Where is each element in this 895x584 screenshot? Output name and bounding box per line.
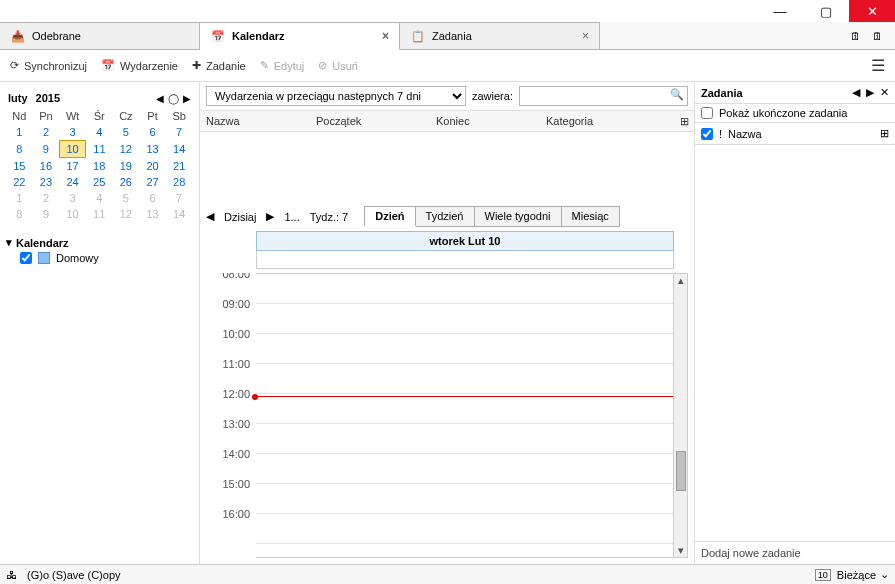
col-end[interactable]: Koniec: [430, 115, 540, 127]
scroll-up-icon[interactable]: ▴: [678, 274, 684, 287]
day-number[interactable]: 1...: [284, 211, 299, 223]
scroll-down-icon[interactable]: ▾: [678, 544, 684, 557]
calendar-day[interactable]: 9: [33, 141, 60, 158]
view-tab-wiele-tygodni[interactable]: Wiele tygodni: [475, 206, 562, 227]
new-task-button[interactable]: ✚ Zadanie: [192, 59, 246, 72]
window-close[interactable]: ✕: [849, 0, 895, 22]
search-input[interactable]: [519, 86, 688, 106]
col-start[interactable]: Początek: [310, 115, 430, 127]
tab-inbox[interactable]: 📥 Odebrane: [0, 22, 200, 49]
tab-tasks[interactable]: 📋 Zadania ×: [400, 22, 600, 49]
today-button[interactable]: Dzisiaj: [224, 211, 256, 223]
month-label[interactable]: luty: [8, 92, 28, 104]
all-day-slot[interactable]: [256, 251, 674, 269]
view-tab-tydzień[interactable]: Tydzień: [416, 206, 475, 227]
add-task-input[interactable]: Dodaj nowe zadanie: [695, 541, 895, 564]
calendar-day[interactable]: 16: [33, 158, 60, 175]
view-mode-dropdown[interactable]: Bieżące ⌄: [837, 568, 889, 581]
new-event-button[interactable]: 📅 Wydarzenie: [101, 59, 178, 72]
calendar-day[interactable]: 8: [6, 141, 33, 158]
col-task-name[interactable]: Nazwa: [728, 128, 874, 140]
calendar-day[interactable]: 14: [166, 206, 193, 222]
calendar-day[interactable]: 12: [113, 206, 140, 222]
calendar-day[interactable]: 20: [139, 158, 166, 175]
calendar-day[interactable]: 12: [113, 141, 140, 158]
column-picker-icon[interactable]: ⊞: [674, 115, 694, 128]
calendar-day[interactable]: 6: [139, 190, 166, 206]
tasks-select-all[interactable]: [701, 128, 713, 140]
range-select[interactable]: Wydarzenia w przeciągu następnych 7 dni: [206, 86, 466, 106]
column-picker-icon[interactable]: ⊞: [880, 127, 889, 140]
prev-month-icon[interactable]: ◀: [156, 93, 164, 104]
hour-slot[interactable]: 15:00: [256, 484, 673, 514]
sync-button[interactable]: ⟳ Synchronizuj: [10, 59, 87, 72]
calendar-day[interactable]: 18: [86, 158, 113, 175]
scroll-thumb[interactable]: [676, 451, 686, 491]
calendar-day[interactable]: 14: [166, 141, 193, 158]
calendar-day[interactable]: 3: [59, 124, 86, 141]
show-completed-checkbox[interactable]: [701, 107, 713, 119]
calendar-day[interactable]: 27: [139, 174, 166, 190]
hour-slot[interactable]: 09:00: [256, 304, 673, 334]
calendar-day[interactable]: 13: [139, 141, 166, 158]
calendar-item-home[interactable]: Domowy: [6, 249, 193, 267]
calendar-day[interactable]: 13: [139, 206, 166, 222]
today-circle-icon[interactable]: ◯: [168, 93, 179, 104]
calendar-tree-header[interactable]: ▾ Kalendarz: [6, 236, 193, 249]
hour-slot[interactable]: 16:00: [256, 514, 673, 544]
calendar-day[interactable]: 26: [113, 174, 140, 190]
menu-icon[interactable]: ☰: [871, 56, 885, 75]
calendar-day[interactable]: 19: [113, 158, 140, 175]
calendar-day[interactable]: 8: [6, 206, 33, 222]
calendar-day[interactable]: 22: [6, 174, 33, 190]
prev-day-icon[interactable]: ◀: [206, 210, 214, 223]
hours-grid[interactable]: 08:0009:0010:0011:0012:0013:0014:0015:00…: [256, 273, 674, 558]
calendar-day[interactable]: 10: [59, 206, 86, 222]
hour-slot[interactable]: 11:00: [256, 364, 673, 394]
search-icon[interactable]: 🔍: [670, 88, 684, 101]
calendar-day[interactable]: 4: [86, 124, 113, 141]
view-tab-miesiąc[interactable]: Miesiąc: [562, 206, 620, 227]
calendar-day[interactable]: 1: [6, 124, 33, 141]
next-icon[interactable]: ▶: [866, 86, 874, 99]
calendar-day[interactable]: 3: [59, 190, 86, 206]
edit-button[interactable]: ✎ Edytuj: [260, 59, 305, 72]
calendar-day[interactable]: 5: [113, 124, 140, 141]
hour-slot[interactable]: 12:00: [256, 394, 673, 424]
delete-button[interactable]: ⊘ Usuń: [318, 59, 358, 72]
col-category[interactable]: Kategoria: [540, 115, 674, 127]
today-date-icon[interactable]: 10: [815, 569, 831, 581]
calendar-day[interactable]: 2: [33, 124, 60, 141]
hour-slot[interactable]: 13:00: [256, 424, 673, 454]
priority-icon[interactable]: !: [719, 128, 722, 140]
tab-calendar[interactable]: 📅 Kalendarz ×: [200, 22, 400, 50]
close-icon[interactable]: ×: [382, 29, 389, 43]
tool-icon-2[interactable]: 🗓: [869, 28, 885, 44]
next-month-icon[interactable]: ▶: [183, 93, 191, 104]
calendar-day[interactable]: 2: [33, 190, 60, 206]
calendar-day[interactable]: 23: [33, 174, 60, 190]
window-minimize[interactable]: —: [757, 0, 803, 22]
view-tab-dzień[interactable]: Dzień: [364, 206, 415, 227]
calendar-day[interactable]: 25: [86, 174, 113, 190]
hour-slot[interactable]: 10:00: [256, 334, 673, 364]
calendar-checkbox[interactable]: [20, 252, 32, 264]
calendar-day[interactable]: 21: [166, 158, 193, 175]
calendar-day[interactable]: 5: [113, 190, 140, 206]
scrollbar[interactable]: ▴ ▾: [674, 273, 688, 558]
next-day-icon[interactable]: ▶: [266, 210, 274, 223]
calendar-day[interactable]: 9: [33, 206, 60, 222]
calendar-day[interactable]: 17: [59, 158, 86, 175]
calendar-day[interactable]: 28: [166, 174, 193, 190]
calendar-day[interactable]: 24: [59, 174, 86, 190]
calendar-day[interactable]: 11: [86, 141, 113, 158]
hour-slot[interactable]: 14:00: [256, 454, 673, 484]
calendar-day[interactable]: 6: [139, 124, 166, 141]
close-panel-icon[interactable]: ✕: [880, 86, 889, 99]
prev-icon[interactable]: ◀: [852, 86, 860, 99]
calendar-day[interactable]: 10: [59, 141, 86, 158]
calendar-day[interactable]: 11: [86, 206, 113, 222]
close-icon[interactable]: ×: [582, 29, 589, 43]
tool-icon-1[interactable]: 🗓: [847, 28, 863, 44]
calendar-day[interactable]: 15: [6, 158, 33, 175]
